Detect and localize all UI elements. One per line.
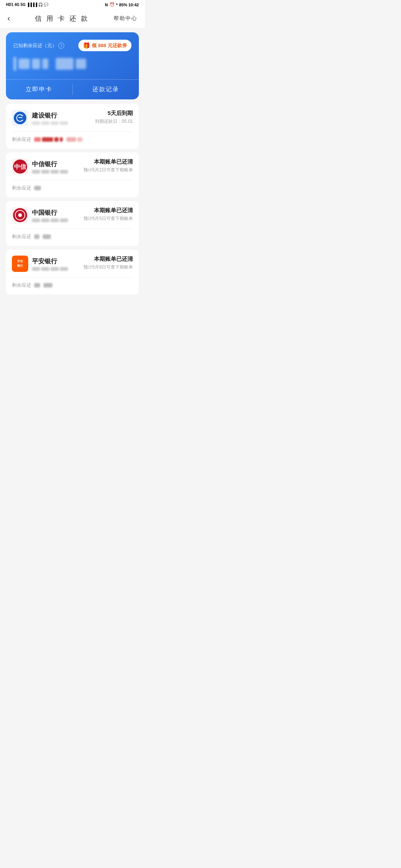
remaining-label: 剩余应还 [12,185,31,191]
svg-rect-7 [13,256,27,271]
bank-info: 中信银行 [32,160,68,174]
bank-card-footer: 剩余应还 [12,131,133,143]
boc-logo [12,207,28,223]
coupon-button[interactable]: 🎁 领888元还款券 [78,40,131,51]
repayment-history-button[interactable]: 还款记录 [73,80,139,99]
bank-right: 本期账单已还清 预计5月2日可查下期账单 [84,158,133,173]
blur-digit [76,59,86,69]
bank-card-header: 平安 银行 平安银行 本期账单已还清 预计5月8日可查下期账单 [12,256,133,272]
bank-left: 中信 中信银行 [12,158,68,175]
bank-card-header: 中信 中信银行 本期账单已还清 预计5月2日可查下期账单 [12,158,133,175]
bank-card-footer: 剩余应还 [12,180,133,191]
due-date: 预计5月2日可查下期账单 [84,167,133,173]
svg-rect-1 [19,117,22,118]
card-number [32,170,68,174]
apply-card-button[interactable]: 立即申卡 [6,80,72,99]
ccb-logo [12,110,28,126]
battery-level: 85% 10:42 [119,3,139,7]
card-label: 已知剩余应还（元） i [13,42,64,49]
bank-card-footer: 剩余应还 [12,228,133,240]
blur-digit [19,59,30,69]
bank-left: 平安 银行 平安银行 [12,256,68,272]
due-date: 预计5月8日可查下期账单 [84,264,133,270]
bank-left: 中国银行 [12,207,68,223]
bank-info: 建设银行 [32,111,68,125]
bottom-spacer [0,298,145,309]
due-status: 本期账单已还清 [84,158,133,165]
due-date: 预计5月5日可查下期账单 [84,216,133,222]
bank-name: 平安银行 [32,257,68,266]
svg-text:银行: 银行 [17,264,23,267]
remaining-label: 剩余应还 [12,136,31,143]
bank-name: 建设银行 [32,111,68,120]
balance-amount [13,56,131,72]
bank-card-pingan[interactable]: 平安 银行 平安银行 本期账单已还清 预计5月8日可查下期账单 剩余应还 [6,250,139,295]
bank-right: 本期账单已还清 预计5月8日可查下期账单 [84,256,133,270]
remaining-amount [34,137,82,142]
blur-digit [42,59,48,69]
card-top-row: 已知剩余应还（元） i 🎁 领888元还款券 [13,40,131,51]
help-center-button[interactable]: 帮助中心 [114,15,137,22]
card-number [32,267,68,271]
coupon-icon: 🎁 [83,42,90,49]
due-status: 本期账单已还清 [84,207,133,214]
blur-digit [56,58,74,70]
bank-card-header: 建设银行 5天后到期 到期还款日：05.01 [12,110,133,126]
bank-info: 中国银行 [32,208,68,222]
remaining-label: 剩余应还 [12,282,31,289]
bank-right: 本期账单已还清 预计5月5日可查下期账单 [84,207,133,222]
status-bar: HD1 4G 5G ▐▐▐▐ 🎧 💬 N ⏰ * 85% 10:42 [0,0,145,9]
svg-point-6 [18,213,22,217]
svg-text:平安: 平安 [17,259,23,263]
card-number [32,218,68,222]
bank-card-header: 中国银行 本期账单已还清 预计5月5日可查下期账单 [12,207,133,223]
bank-card-footer: 剩余应还 [12,277,133,289]
svg-text:中信: 中信 [14,164,26,170]
card-number [32,121,68,125]
remaining-label: 剩余应还 [12,233,31,240]
info-icon[interactable]: i [58,43,64,49]
header: ‹ 信 用 卡 还 款 帮助中心 [0,9,145,28]
due-status: 5天后到期 [95,110,133,117]
status-left: HD1 4G 5G ▐▐▐▐ 🎧 💬 [6,3,48,7]
bank-info: 平安银行 [32,257,68,271]
blue-card: 已知剩余应还（元） i 🎁 领888元还款券 立即申卡 还款记录 [6,32,139,99]
citic-logo: 中信 [12,158,28,175]
bank-card-boc[interactable]: 中国银行 本期账单已还清 预计5月5日可查下期账单 剩余应还 [6,201,139,246]
bank-name: 中国银行 [32,208,68,217]
remaining-amount [34,234,51,239]
remaining-amount [34,283,52,287]
pingan-logo: 平安 银行 [12,256,28,272]
due-status: 本期账单已还清 [84,256,133,263]
bank-right: 5天后到期 到期还款日：05.01 [95,110,133,125]
remaining-amount [34,186,41,190]
card-actions: 立即申卡 还款记录 [6,79,139,99]
bank-name: 中信银行 [32,160,68,168]
back-button[interactable]: ‹ [7,14,10,23]
bank-left: 建设银行 [12,110,68,126]
bank-card-citic[interactable]: 中信 中信银行 本期账单已还清 预计5月2日可查下期账单 剩余应还 [6,152,139,197]
blur-digit [32,59,40,69]
bank-card-ccb[interactable]: 建设银行 5天后到期 到期还款日：05.01 剩余应还 [6,104,139,149]
status-right: N ⏰ * 85% 10:42 [105,2,139,7]
due-date: 到期还款日：05.01 [95,118,133,125]
page-title: 信 用 卡 还 款 [35,14,89,23]
blur-digit [13,57,16,71]
